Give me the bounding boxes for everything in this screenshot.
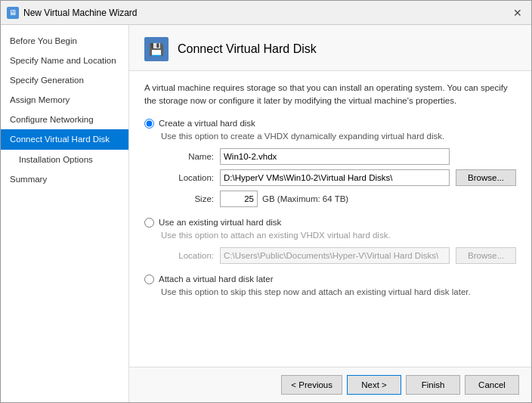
window-title: New Virtual Machine Wizard	[23, 8, 510, 18]
option-attach-later: Attach a virtual hard disk later Use thi…	[144, 274, 516, 296]
option1-form: Name: Location: Browse... Size: GB (Maxi…	[161, 148, 516, 207]
window-icon: 🖥	[7, 7, 19, 19]
main-panel: 💾 Connect Virtual Hard Disk A virtual ma…	[129, 25, 531, 402]
header-title: Connect Virtual Hard Disk	[178, 42, 317, 56]
sidebar-item-summary[interactable]: Summary	[1, 169, 128, 189]
location-input[interactable]	[220, 169, 450, 186]
description-text: A virtual machine requires storage so th…	[144, 82, 516, 108]
sidebar-item-specify-name[interactable]: Specify Name and Location	[1, 51, 128, 70]
size-note: GB (Maximum: 64 TB)	[262, 194, 348, 203]
sidebar-item-before-you-begin[interactable]: Before You Begin	[1, 31, 128, 51]
footer: < Previous Next > Finish Cancel	[129, 367, 531, 402]
option3-radio-label[interactable]: Attach a virtual hard disk later	[144, 274, 516, 284]
content-area: Before You Begin Specify Name and Locati…	[1, 25, 531, 402]
option2-label: Use an existing virtual hard disk	[159, 218, 281, 227]
size-row: GB (Maximum: 64 TB)	[220, 191, 450, 207]
location-browse-button[interactable]: Browse...	[456, 169, 516, 186]
close-button[interactable]: ✕	[510, 5, 525, 20]
location-label: Location:	[161, 173, 214, 182]
cancel-button[interactable]: Cancel	[465, 375, 519, 395]
option1-radio[interactable]	[144, 119, 154, 129]
existing-location-input	[220, 247, 450, 264]
main-window: 🖥 New Virtual Machine Wizard ✕ Before Yo…	[0, 0, 532, 403]
option1-radio-label[interactable]: Create a virtual hard disk	[144, 119, 516, 129]
size-label: Size:	[161, 194, 214, 203]
previous-button[interactable]: < Previous	[281, 375, 342, 395]
option2-radio-label[interactable]: Use an existing virtual hard disk	[144, 218, 516, 228]
size-input[interactable]	[220, 191, 258, 207]
main-body: A virtual machine requires storage so th…	[129, 71, 531, 367]
option2-subdesc: Use this option to attach an existing VH…	[161, 231, 516, 240]
name-input[interactable]	[220, 148, 450, 165]
option1-subdesc: Use this option to create a VHDX dynamic…	[161, 132, 516, 141]
option2-radio[interactable]	[144, 218, 154, 228]
sidebar-item-assign-memory[interactable]: Assign Memory	[1, 90, 128, 110]
next-button[interactable]: Next >	[347, 375, 401, 395]
existing-browse-button: Browse...	[456, 247, 516, 264]
finish-button[interactable]: Finish	[406, 375, 460, 395]
title-bar: 🖥 New Virtual Machine Wizard ✕	[1, 1, 531, 25]
name-label: Name:	[161, 152, 214, 161]
option-create-vhd: Create a virtual hard disk Use this opti…	[144, 119, 516, 207]
main-header: 💾 Connect Virtual Hard Disk	[129, 25, 531, 71]
sidebar-item-configure-networking[interactable]: Configure Networking	[1, 110, 128, 129]
option3-subdesc: Use this option to skip this step now an…	[161, 287, 516, 296]
sidebar-item-installation-options[interactable]: Installation Options	[1, 150, 128, 169]
sidebar-item-specify-generation[interactable]: Specify Generation	[1, 70, 128, 90]
existing-location-label: Location:	[161, 251, 214, 260]
sidebar-item-connect-virtual-disk[interactable]: Connect Virtual Hard Disk	[1, 129, 128, 149]
option3-radio[interactable]	[144, 274, 154, 284]
option2-form: Location: Browse...	[161, 247, 516, 264]
header-icon: 💾	[144, 37, 169, 61]
option3-label: Attach a virtual hard disk later	[159, 274, 274, 284]
option-use-existing: Use an existing virtual hard disk Use th…	[144, 218, 516, 264]
sidebar: Before You Begin Specify Name and Locati…	[1, 25, 129, 402]
option1-label: Create a virtual hard disk	[159, 119, 255, 128]
